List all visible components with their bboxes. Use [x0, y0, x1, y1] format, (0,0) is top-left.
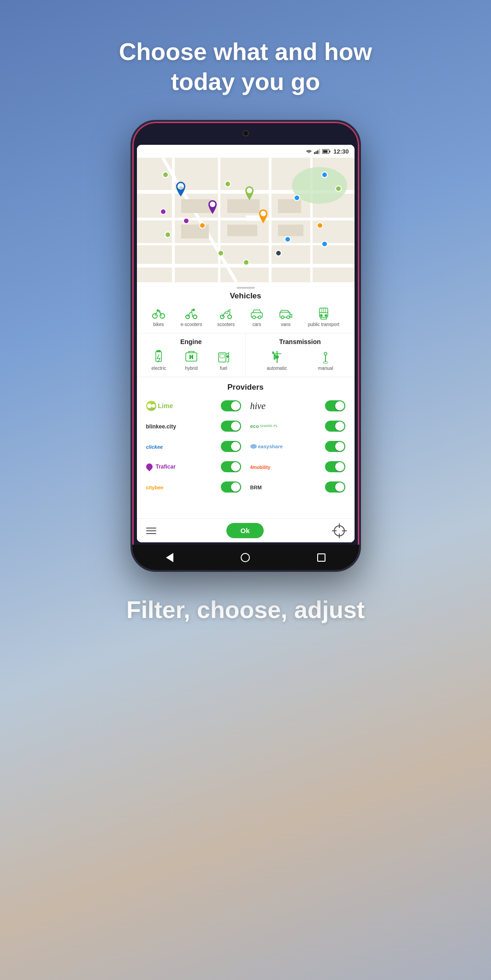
engine-electric-label: electric [151, 366, 166, 371]
vehicle-public-transport[interactable]: public transport [308, 306, 339, 327]
nav-home-button[interactable] [241, 553, 250, 562]
svg-rect-20 [227, 225, 257, 236]
map-dot-9 [275, 250, 282, 256]
escooter-icon [184, 306, 198, 320]
phone-frame: 12:30 [130, 120, 361, 572]
provider-citybee-logo: citybee [146, 483, 164, 491]
vehicle-scooters-label: scooters [217, 322, 235, 327]
svg-point-46 [325, 315, 327, 316]
hamburger-menu[interactable] [146, 528, 156, 534]
nav-back-button[interactable] [166, 553, 173, 562]
vehicles-title: Vehicles [144, 291, 347, 301]
sheet-handle [237, 287, 255, 289]
provider-brm-toggle[interactable] [325, 481, 345, 493]
provider-clickee-row: clickee [146, 438, 241, 455]
svg-point-39 [258, 316, 261, 319]
engine-transmission-section: Engine electric [137, 333, 355, 377]
svg-point-33 [193, 315, 197, 319]
provider-citybee-toggle[interactable] [221, 481, 241, 493]
svg-point-34 [193, 309, 195, 311]
ok-button[interactable]: Ok [226, 523, 263, 538]
map-pin-bike-1: 🚲 [174, 181, 188, 197]
map-dot-11 [321, 172, 328, 178]
status-time: 12:30 [333, 148, 349, 155]
status-bar: 12:30 [137, 145, 355, 158]
provider-lime-toggle[interactable] [221, 400, 241, 411]
map-area[interactable]: 🚲 [137, 158, 355, 282]
target-button[interactable] [334, 525, 345, 536]
vehicle-scooters[interactable]: scooters [217, 306, 235, 327]
svg-rect-5 [330, 150, 331, 152]
transmission-automatic[interactable]: P N D automatic [267, 350, 287, 371]
vehicles-section: Vehicles bikes [137, 291, 355, 333]
provider-smobility-row: 4mobility [250, 458, 345, 475]
van-icon [279, 306, 293, 320]
vehicle-escooters[interactable]: e-scooters [181, 306, 202, 327]
vehicle-vans[interactable]: vans [279, 306, 293, 327]
svg-rect-1 [316, 151, 317, 154]
manual-icon [319, 350, 332, 364]
svg-rect-0 [314, 152, 315, 154]
transmission-manual[interactable]: manual [318, 350, 333, 371]
provider-hive-logo: hive [250, 401, 266, 411]
car-icon [250, 306, 264, 320]
svg-point-26 [210, 202, 215, 207]
transmission-automatic-label: automatic [267, 366, 287, 371]
provider-hive-toggle[interactable] [325, 400, 345, 411]
engine-fuel[interactable]: fuel [217, 350, 231, 371]
svg-text:🚲: 🚲 [178, 184, 183, 190]
svg-rect-13 [218, 158, 220, 282]
provider-lime-row: Lime [146, 398, 241, 414]
engine-hybrid-label: hybrid [185, 366, 197, 371]
vehicle-cars-label: cars [252, 322, 261, 327]
scooter-icon [219, 306, 233, 320]
provider-eco-toggle[interactable] [325, 421, 345, 432]
phone-camera [243, 130, 249, 137]
bottom-sheet: Vehicles bikes [137, 282, 355, 542]
headline-top: Choose what and how today you go [84, 37, 407, 97]
engine-fuel-label: fuel [220, 366, 227, 371]
vehicle-vans-label: vans [281, 322, 290, 327]
provider-lime-logo: Lime [146, 401, 173, 411]
vehicle-public-transport-label: public transport [308, 322, 339, 327]
svg-point-38 [253, 316, 255, 319]
svg-point-42 [287, 316, 290, 319]
signal-icon [314, 149, 320, 154]
provider-smobility-toggle[interactable] [325, 461, 345, 472]
engine-hybrid[interactable]: H hybrid [184, 350, 198, 371]
transmission-manual-label: manual [318, 366, 333, 371]
svg-rect-54 [157, 350, 160, 352]
provider-blinkee-logo: blinkee.city [146, 422, 176, 430]
svg-rect-3 [319, 149, 320, 154]
provider-traficar-toggle[interactable] [221, 461, 241, 472]
engine-electric[interactable]: electric [151, 350, 166, 371]
providers-section: Providers Lime [137, 377, 355, 518]
transmission-title: Transmission [251, 338, 349, 345]
provider-easyshare-logo: easyshare [250, 444, 283, 449]
map-dot-15 [160, 208, 166, 215]
map-dot-5 [165, 232, 171, 238]
map-dot-2 [294, 195, 300, 201]
battery-icon [322, 149, 331, 154]
provider-blinkee-row: blinkee.city [146, 418, 241, 434]
bike-icon [152, 306, 166, 320]
map-dot-8 [284, 236, 291, 243]
nav-recent-button[interactable] [317, 553, 325, 562]
vehicle-escooters-label: e-scooters [181, 322, 202, 327]
vehicle-bikes[interactable]: bikes [152, 306, 166, 327]
map-dot-1 [162, 172, 169, 178]
fuel-icon [217, 350, 231, 364]
provider-blinkee-toggle[interactable] [221, 421, 241, 432]
provider-clickee-toggle[interactable] [221, 441, 241, 452]
svg-rect-22 [278, 225, 303, 236]
automatic-icon: P N D [270, 350, 284, 364]
providers-grid: Lime hive [146, 398, 345, 495]
svg-rect-21 [278, 199, 301, 213]
bottom-toolbar: Ok [137, 518, 355, 542]
svg-point-69 [324, 352, 327, 355]
provider-easyshare-toggle[interactable] [325, 441, 345, 452]
phone-screen: 12:30 [137, 145, 355, 542]
svg-point-31 [157, 310, 158, 311]
vehicle-cars[interactable]: cars [250, 306, 264, 327]
svg-point-41 [281, 316, 284, 319]
